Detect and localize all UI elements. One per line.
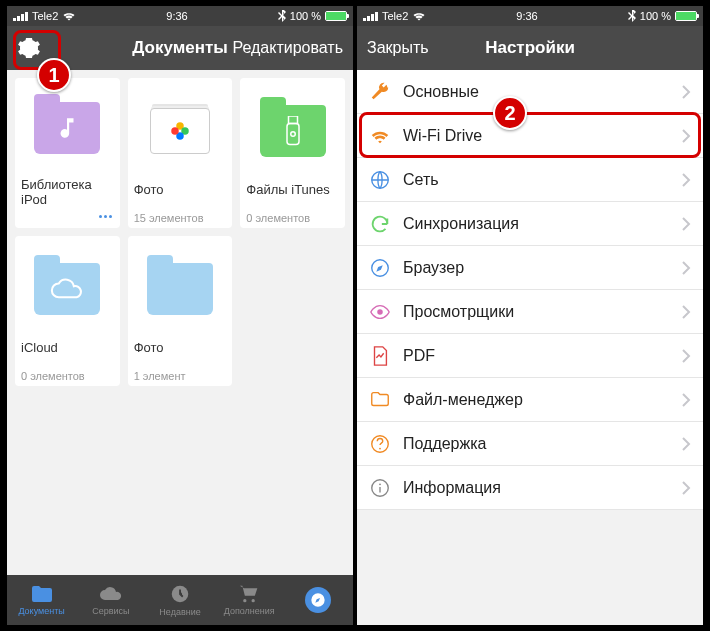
- eye-icon: [369, 301, 391, 323]
- close-button[interactable]: Закрыть: [367, 39, 429, 57]
- folder-tile[interactable]: Фото 1 элемент: [128, 236, 233, 386]
- tab-services[interactable]: Сервисы: [76, 575, 145, 625]
- settings-button[interactable]: [17, 36, 41, 60]
- svg-point-10: [377, 309, 383, 315]
- documents-grid: Библиотека iPod Фото 15 элементов: [7, 70, 353, 575]
- settings-row-label: Wi-Fi Drive: [403, 127, 669, 145]
- chevron-right-icon: [681, 436, 691, 452]
- music-icon: [34, 102, 100, 154]
- wifi-icon: [412, 11, 426, 21]
- bluetooth-icon: [628, 10, 636, 22]
- settings-row-label: Браузер: [403, 259, 669, 277]
- svg-point-12: [379, 447, 381, 449]
- clock-icon: [169, 583, 191, 605]
- page-title: Документы: [132, 38, 228, 58]
- chevron-right-icon: [681, 216, 691, 232]
- settings-screen: Tele2 9:36 100 % Закрыть Настройки Основ…: [357, 6, 703, 625]
- settings-row-eye[interactable]: Просмотрщики: [357, 290, 703, 334]
- svg-rect-5: [287, 124, 299, 145]
- wifi-icon: [369, 125, 391, 147]
- compass-icon: [369, 257, 391, 279]
- usb-icon: [260, 105, 326, 157]
- settings-list: Основные Wi-Fi Drive 2 Сеть Синхронизаци…: [357, 70, 703, 625]
- folder-icon: [30, 584, 54, 604]
- wrench-icon: [369, 81, 391, 103]
- chevron-right-icon: [681, 348, 691, 364]
- cloud-icon: [34, 263, 100, 315]
- settings-row-label: Основные: [403, 83, 669, 101]
- callout-number-2: 2: [493, 96, 527, 130]
- sync-icon: [369, 213, 391, 235]
- folder-tile[interactable]: Фото 15 элементов: [128, 78, 233, 228]
- chevron-right-icon: [681, 304, 691, 320]
- settings-row-pdf[interactable]: PDF: [357, 334, 703, 378]
- chevron-right-icon: [681, 392, 691, 408]
- svg-rect-4: [288, 116, 297, 124]
- settings-row-label: Сеть: [403, 171, 669, 189]
- tab-documents[interactable]: Документы: [7, 575, 76, 625]
- pdf-icon: [369, 345, 391, 367]
- chevron-right-icon: [681, 84, 691, 100]
- page-title: Настройки: [485, 38, 575, 58]
- status-bar: Tele2 9:36 100 %: [357, 6, 703, 26]
- settings-row-label: Синхронизация: [403, 215, 669, 233]
- tile-count: 0 элементов: [246, 212, 310, 224]
- settings-row-folderline[interactable]: Файл-менеджер: [357, 378, 703, 422]
- folderline-icon: [369, 389, 391, 411]
- wifi-icon: [62, 11, 76, 21]
- chevron-right-icon: [681, 128, 691, 144]
- tab-browser[interactable]: [284, 575, 353, 625]
- clock: 9:36: [166, 10, 187, 22]
- question-icon: [369, 433, 391, 455]
- settings-row-label: PDF: [403, 347, 669, 365]
- tile-count: 0 элементов: [21, 370, 85, 382]
- tile-name: Библиотека iPod: [21, 177, 114, 208]
- folder-tile[interactable]: Библиотека iPod: [15, 78, 120, 228]
- tab-addons[interactable]: Дополнения: [215, 575, 284, 625]
- tab-bar: Документы Сервисы Недавние Дополнения: [7, 575, 353, 625]
- signal-icon: [13, 11, 28, 21]
- tile-count: 1 элемент: [134, 370, 186, 382]
- tile-name: Фото: [134, 182, 227, 212]
- info-icon: [369, 477, 391, 499]
- cart-icon: [238, 584, 260, 604]
- edit-button[interactable]: Редактировать: [232, 39, 343, 57]
- globe-icon: [369, 169, 391, 191]
- more-icon[interactable]: [98, 208, 114, 224]
- signal-icon: [363, 11, 378, 21]
- settings-row-globe[interactable]: Сеть: [357, 158, 703, 202]
- tile-name: Фото: [134, 340, 227, 370]
- gear-icon: [17, 36, 41, 60]
- settings-row-wrench[interactable]: Основные: [357, 70, 703, 114]
- navbar: Закрыть Настройки: [357, 26, 703, 70]
- folder-tile[interactable]: Файлы iTunes 0 элементов: [240, 78, 345, 228]
- tab-recent[interactable]: Недавние: [145, 575, 214, 625]
- settings-row-sync[interactable]: Синхронизация: [357, 202, 703, 246]
- settings-row-wifi[interactable]: Wi-Fi Drive 2: [357, 114, 703, 158]
- battery-pct: 100 %: [290, 10, 321, 22]
- documents-screen: Tele2 9:36 100 % Документы Редактировать…: [7, 6, 353, 625]
- callout-number-1: 1: [37, 58, 71, 92]
- status-bar: Tele2 9:36 100 %: [7, 6, 353, 26]
- tile-count: 15 элементов: [134, 212, 204, 224]
- chevron-right-icon: [681, 172, 691, 188]
- settings-row-question[interactable]: Поддержка: [357, 422, 703, 466]
- chevron-right-icon: [681, 260, 691, 276]
- cloud-icon: [99, 584, 123, 604]
- compass-icon: [305, 587, 331, 613]
- settings-row-label: Просмотрщики: [403, 303, 669, 321]
- settings-row-compass[interactable]: Браузер: [357, 246, 703, 290]
- settings-row-label: Информация: [403, 479, 669, 497]
- tile-name: iCloud: [21, 340, 114, 370]
- settings-row-label: Поддержка: [403, 435, 669, 453]
- svg-point-6: [290, 132, 295, 137]
- photos-icon: [165, 116, 195, 146]
- settings-row-info[interactable]: Информация: [357, 466, 703, 510]
- carrier: Tele2: [32, 10, 58, 22]
- battery-icon: [675, 11, 697, 21]
- folder-tile[interactable]: iCloud 0 элементов: [15, 236, 120, 386]
- settings-row-label: Файл-менеджер: [403, 391, 669, 409]
- tile-name: Файлы iTunes: [246, 182, 339, 212]
- battery-icon: [325, 11, 347, 21]
- chevron-right-icon: [681, 480, 691, 496]
